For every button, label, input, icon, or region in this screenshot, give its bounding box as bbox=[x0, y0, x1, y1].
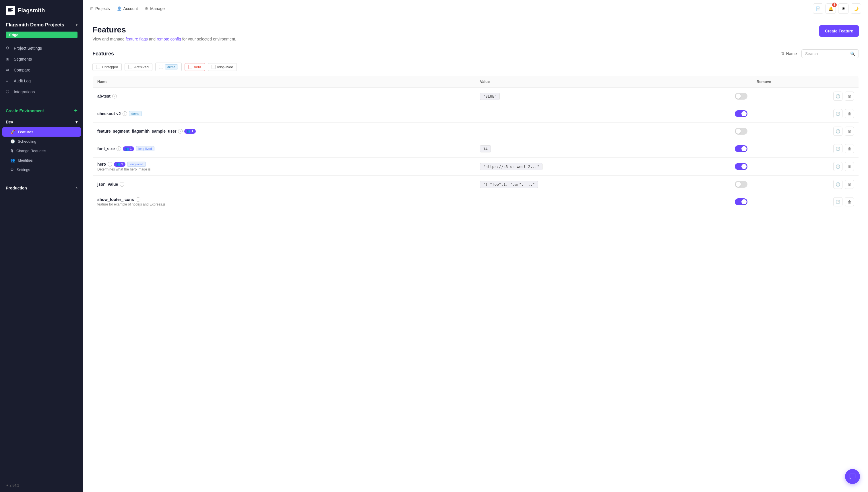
search-input[interactable] bbox=[805, 51, 848, 56]
filter-untagged[interactable]: Untagged bbox=[93, 63, 122, 71]
sort-button[interactable]: ⇅ Name bbox=[781, 51, 797, 56]
feature-flags-link[interactable]: feature flags bbox=[126, 37, 148, 41]
filter-long-lived[interactable]: long-lived bbox=[208, 63, 237, 71]
beta-checkbox[interactable] bbox=[188, 65, 192, 69]
sidebar-item-identities[interactable]: 👥 Identities bbox=[2, 155, 81, 165]
version-tag: ✦ 2.84.2 bbox=[0, 479, 83, 492]
sidebar-item-project-settings[interactable]: ⚙ Project Settings bbox=[2, 43, 81, 54]
long-lived-badge: long-lived bbox=[136, 146, 154, 151]
env-badge[interactable]: Edge bbox=[6, 31, 77, 38]
sidebar-item-label: Project Settings bbox=[14, 46, 42, 51]
search-box[interactable]: 🔍 bbox=[801, 49, 859, 58]
demo-checkbox[interactable] bbox=[159, 65, 163, 69]
delete-button[interactable]: 🗑 bbox=[845, 197, 854, 206]
table-row: font_size i 👥 1 long-lived 14 bbox=[93, 140, 859, 157]
feature-desc: Determines what the hero image is bbox=[97, 167, 471, 171]
filter-demo[interactable]: demo bbox=[155, 63, 182, 71]
info-icon[interactable]: i bbox=[112, 94, 117, 98]
info-icon[interactable]: i bbox=[117, 146, 121, 151]
notifications-button[interactable]: 🔔 5 bbox=[825, 3, 836, 14]
sidebar-item-label: Compare bbox=[14, 68, 30, 72]
projects-label: Projects bbox=[95, 6, 110, 11]
docs-button[interactable]: 📄 bbox=[813, 3, 823, 14]
topnav-account[interactable]: 👤 Account bbox=[117, 5, 138, 13]
chat-bubble-button[interactable] bbox=[845, 469, 860, 484]
feature-toggle[interactable] bbox=[735, 145, 747, 152]
override-badge: 👥 1 bbox=[114, 162, 125, 167]
sun-icon: ☀ bbox=[842, 6, 845, 11]
theme-dark-button[interactable]: 🌙 bbox=[851, 3, 861, 14]
topnav-projects[interactable]: ⊞ Projects bbox=[90, 5, 110, 13]
create-environment-button[interactable]: Create Environment + bbox=[0, 104, 83, 117]
feature-name: ab-test bbox=[97, 94, 110, 98]
info-icon[interactable]: i bbox=[108, 162, 112, 167]
history-button[interactable]: 🕐 bbox=[833, 197, 842, 206]
sidebar-item-scheduling[interactable]: 🕐 Scheduling bbox=[2, 137, 81, 146]
remote-config-link[interactable]: remote config bbox=[157, 37, 181, 41]
production-label: Production bbox=[6, 186, 27, 190]
sidebar-item-segments[interactable]: ◉ Segments bbox=[2, 54, 81, 65]
gear-icon: ⚙ bbox=[10, 168, 14, 172]
history-button[interactable]: 🕐 bbox=[833, 162, 842, 171]
history-button[interactable]: 🕐 bbox=[833, 144, 842, 153]
sidebar-item-change-requests[interactable]: ⇅ Change Requests bbox=[2, 146, 81, 155]
features-table: Name Value Remove ab-test i " bbox=[93, 76, 859, 211]
history-button[interactable]: 🕐 bbox=[833, 127, 842, 136]
sidebar-item-integrations[interactable]: ⬡ Integrations bbox=[2, 87, 81, 97]
delete-button[interactable]: 🗑 bbox=[845, 109, 854, 118]
feature-toggle[interactable] bbox=[735, 110, 747, 117]
demo-tag-label: demo bbox=[165, 64, 178, 70]
project-chevron-icon[interactable]: ▾ bbox=[76, 23, 77, 27]
info-icon[interactable]: i bbox=[178, 129, 182, 133]
users-icon: 👥 bbox=[10, 158, 15, 163]
feature-toggle[interactable] bbox=[735, 198, 747, 205]
logo-icon bbox=[6, 6, 15, 15]
sidebar-item-compare[interactable]: ⇄ Compare bbox=[2, 65, 81, 75]
version-text: ✦ bbox=[6, 484, 9, 487]
sidebar-item-settings[interactable]: ⚙ Settings bbox=[2, 165, 81, 174]
project-header[interactable]: Flagsmith Demo Projects ▾ bbox=[0, 20, 83, 31]
feature-toggle[interactable] bbox=[735, 93, 747, 100]
feature-value: "BLUE" bbox=[480, 93, 500, 100]
long-lived-checkbox[interactable] bbox=[212, 65, 216, 69]
filter-beta[interactable]: beta bbox=[184, 63, 205, 71]
delete-button[interactable]: 🗑 bbox=[845, 92, 854, 101]
create-feature-button[interactable]: Create Feature bbox=[819, 25, 859, 37]
info-icon[interactable]: i bbox=[120, 182, 124, 187]
info-icon[interactable]: i bbox=[123, 112, 127, 116]
archived-checkbox[interactable] bbox=[128, 65, 132, 69]
theme-light-button[interactable]: ☀ bbox=[838, 3, 848, 14]
page-title: Features bbox=[93, 25, 236, 34]
feature-name: font_size bbox=[97, 146, 115, 151]
delete-button[interactable]: 🗑 bbox=[845, 162, 854, 171]
filter-archived[interactable]: Archived bbox=[125, 63, 152, 71]
delete-button[interactable]: 🗑 bbox=[845, 180, 854, 189]
features-section-header: Features ⇅ Name 🔍 bbox=[93, 49, 859, 58]
sidebar-item-features[interactable]: 🚀 Features bbox=[2, 127, 81, 137]
feature-toggle[interactable] bbox=[735, 181, 747, 188]
feature-name: checkout-v2 bbox=[97, 112, 121, 116]
col-toggle bbox=[730, 76, 752, 88]
sort-label: Name bbox=[786, 51, 797, 56]
demo-badge: demo bbox=[129, 111, 142, 116]
production-header[interactable]: Production › bbox=[2, 183, 81, 193]
settings-icon: ⚙ bbox=[6, 46, 11, 51]
history-button[interactable]: 🕐 bbox=[833, 109, 842, 118]
feature-toggle[interactable] bbox=[735, 128, 747, 134]
topnav-manage[interactable]: ⚙ Manage bbox=[145, 5, 165, 13]
history-button[interactable]: 🕐 bbox=[833, 180, 842, 189]
col-value: Value bbox=[475, 76, 730, 88]
filter-tags: Untagged Archived demo beta long-lived bbox=[93, 63, 859, 71]
delete-button[interactable]: 🗑 bbox=[845, 144, 854, 153]
sidebar-item-audit-log[interactable]: ≡ Audit Log bbox=[2, 75, 81, 87]
dev-env-header[interactable]: Dev ▾ bbox=[2, 117, 81, 127]
change-requests-label: Change Requests bbox=[16, 149, 46, 153]
override-badge: 👥 1 bbox=[184, 129, 196, 134]
delete-button[interactable]: 🗑 bbox=[845, 127, 854, 136]
feature-toggle[interactable] bbox=[735, 163, 747, 170]
untagged-checkbox[interactable] bbox=[96, 65, 100, 69]
history-button[interactable]: 🕐 bbox=[833, 92, 842, 101]
info-icon[interactable]: i bbox=[136, 197, 140, 202]
page-header: Features View and manage feature flags a… bbox=[93, 25, 859, 41]
docs-icon: 📄 bbox=[816, 6, 821, 11]
